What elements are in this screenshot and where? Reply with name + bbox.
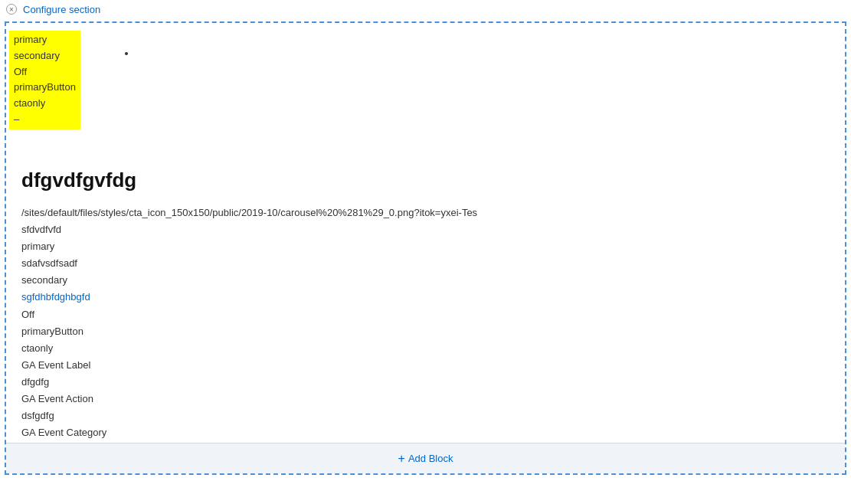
line-ctaonly: ctaonly [21, 340, 830, 357]
highlight-item-5: ctaonly [14, 96, 76, 112]
line-ga-event-category: GA Event Category [21, 424, 830, 441]
top-bar: × Configure section [0, 0, 851, 18]
line-sdafvsdfsadf: sdafvsdfsadf [21, 255, 830, 272]
bottom-bar: + Add Block [6, 443, 845, 473]
yellow-highlight-block: primary secondary Off primaryButton ctao… [9, 31, 80, 129]
line-ga-event-action: GA Event Action [21, 391, 830, 407]
line-dsfgdfg: dsfgdfg [21, 407, 830, 424]
content-title: dfgvdfgvfdg [21, 169, 830, 192]
image-url-line: /sites/default/files/styles/cta_icon_150… [21, 205, 830, 221]
configure-section-link[interactable]: Configure section [23, 4, 100, 15]
highlight-item-2: secondary [14, 48, 76, 64]
close-icon[interactable]: × [6, 4, 17, 15]
highlight-item-4: primaryButton [14, 80, 76, 96]
add-block-button[interactable]: + Add Block [398, 452, 453, 466]
main-area: primary secondary Off primaryButton ctao… [5, 21, 846, 475]
line-secondary: secondary [21, 272, 830, 289]
highlight-item-1: primary [14, 32, 76, 48]
dot-decoration [125, 52, 128, 55]
highlight-item-3: Off [14, 64, 76, 80]
highlight-item-6: – [14, 112, 76, 128]
line-primarybutton: primaryButton [21, 323, 830, 340]
line-ga-event-label: GA Event Label [21, 357, 830, 374]
add-block-label: Add Block [408, 453, 453, 464]
content-link[interactable]: sgfdhbfdghbgfd [21, 289, 830, 306]
line-primary: primary [21, 238, 830, 255]
line-off: Off [21, 306, 830, 323]
content-section: dfgvdfgvfdg /sites/default/files/styles/… [6, 153, 845, 473]
line-sfdvdfvfd: sfdvdfvfd [21, 221, 830, 238]
plus-icon: + [398, 452, 405, 466]
line-dfgdfg: dfgdfg [21, 374, 830, 391]
